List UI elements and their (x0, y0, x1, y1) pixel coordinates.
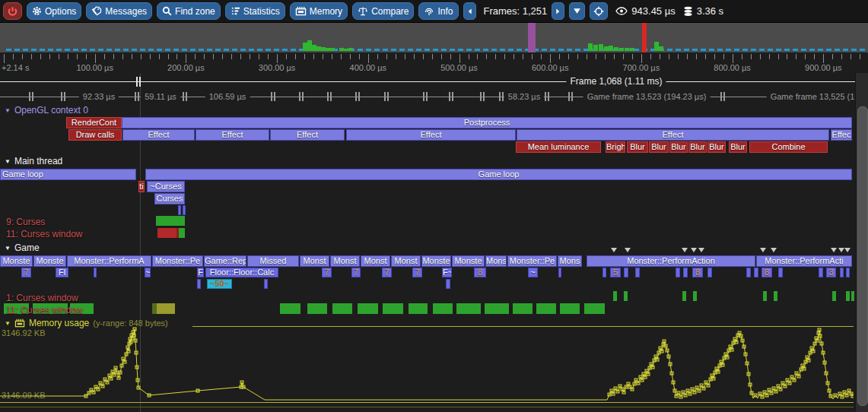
zone[interactable] (558, 268, 561, 277)
lock-activity-bar[interactable] (584, 303, 605, 314)
lock-activity-bar[interactable] (332, 303, 352, 314)
zone[interactable]: Blur (729, 141, 747, 153)
zone[interactable]: 5 (610, 268, 621, 277)
zone[interactable]: Monste (421, 255, 451, 267)
zone[interactable]: Blur (707, 141, 726, 153)
zone[interactable] (446, 279, 450, 289)
game-frame-label[interactable]: Game frame 13,523 (194.23 µs) (583, 91, 711, 102)
zone[interactable]: Effect (196, 129, 269, 141)
lock-activity-bar[interactable] (383, 303, 403, 314)
lock-activity-bar[interactable] (851, 291, 854, 301)
thread-header-game[interactable]: ▼Game (5, 242, 40, 253)
zone[interactable]: Game::Replay (204, 255, 246, 267)
zone[interactable]: Postprocess (122, 117, 852, 128)
lock-activity-bar[interactable] (157, 303, 175, 314)
game-frame-label[interactable]: 59.11 µs (141, 91, 180, 102)
zone[interactable]: 8 (761, 268, 772, 277)
lock-label[interactable]: 11: Curses window (6, 305, 83, 315)
zone[interactable]: 8 (474, 268, 486, 277)
lock-activity-bar[interactable] (560, 303, 580, 314)
zone[interactable] (754, 268, 758, 277)
lock-activity-bar[interactable] (624, 291, 628, 301)
lock-activity-bar[interactable] (280, 303, 300, 314)
zone[interactable]: 7 (351, 268, 361, 277)
lock-activity-bar[interactable] (156, 216, 185, 226)
zone[interactable]: ~ (528, 268, 538, 277)
zone[interactable]: 7 (382, 268, 392, 277)
zone[interactable] (683, 268, 688, 277)
game-frame-label[interactable]: 92.33 µs (79, 91, 119, 102)
zone[interactable]: F (197, 268, 204, 277)
game-frame-label[interactable]: 106.59 µs (205, 91, 250, 102)
zone[interactable]: Fl (56, 268, 68, 277)
zone[interactable]: Missed (247, 255, 299, 267)
zone[interactable]: Curses (154, 193, 185, 204)
zone[interactable]: Mons (558, 255, 582, 267)
zone[interactable]: Effect (517, 129, 829, 141)
lock-activity-bar[interactable] (456, 303, 481, 314)
zone[interactable]: RenderCont (66, 117, 122, 128)
zone[interactable]: Monster::Pe (507, 255, 557, 267)
lock-activity-bar[interactable] (832, 291, 836, 301)
zone[interactable]: Blur (669, 141, 688, 153)
zone[interactable]: ~ (145, 268, 151, 277)
message-marker-icon[interactable] (771, 248, 777, 252)
frame-label[interactable]: Frame 1,068 (1.11 ms) (566, 76, 666, 87)
zone[interactable]: Monster::PerformActi (756, 255, 852, 267)
zone[interactable]: Effect (122, 129, 195, 141)
message-marker-icon[interactable] (760, 248, 766, 252)
message-marker-icon[interactable] (625, 248, 631, 252)
lock-label[interactable]: 9: Curses (6, 217, 45, 227)
lock-activity-bar[interactable] (774, 291, 777, 301)
lock-activity-bar[interactable] (358, 303, 378, 314)
lock-activity-bar[interactable] (157, 228, 176, 238)
thread-header-main-thread[interactable]: ▼Main thread (5, 156, 62, 166)
zone[interactable]: Combine (749, 141, 828, 153)
message-marker-icon[interactable] (838, 248, 844, 252)
vertical-scrollbar[interactable] (855, 73, 868, 412)
zone[interactable] (178, 205, 181, 215)
zone[interactable] (778, 268, 783, 277)
zone[interactable]: Game loop (0, 169, 136, 180)
zone[interactable] (707, 268, 712, 277)
zone[interactable]: Game loop (145, 169, 852, 180)
zone[interactable] (676, 268, 680, 277)
scrollbar-thumb[interactable] (857, 106, 868, 406)
lock-activity-bar[interactable] (485, 303, 509, 314)
lock-activity-bar[interactable] (307, 303, 327, 314)
zone[interactable] (197, 279, 201, 289)
zone[interactable]: Draw calls (68, 129, 122, 141)
message-marker-icon[interactable] (682, 248, 688, 252)
zone[interactable]: Monst (391, 255, 421, 267)
lock-activity-bar[interactable] (846, 291, 850, 301)
zone[interactable]: Effec (831, 129, 852, 141)
game-frame-label[interactable]: Game frame 13,525 (1 (767, 91, 859, 102)
zone[interactable]: 8 (692, 268, 703, 277)
zone[interactable]: ~Curses (147, 181, 185, 192)
zone[interactable]: Mons (485, 255, 507, 267)
lock-activity-bar[interactable] (536, 303, 556, 314)
zone[interactable]: Monst (300, 255, 329, 267)
zone[interactable] (603, 268, 606, 277)
zone[interactable]: 7 (21, 268, 31, 277)
zone[interactable]: Floor::Floor::Calc (205, 268, 278, 277)
zone[interactable] (183, 205, 186, 215)
zone[interactable]: Monste (0, 255, 33, 267)
message-marker-icon[interactable] (844, 248, 851, 252)
zone[interactable]: 7 (412, 268, 422, 277)
message-marker-icon[interactable] (831, 248, 837, 252)
zone[interactable]: Effect (346, 129, 516, 141)
zone[interactable]: ~50~ (207, 279, 232, 289)
zone[interactable] (819, 268, 823, 277)
lock-label[interactable]: 1: Curses window (6, 293, 78, 303)
zone[interactable] (840, 268, 844, 277)
zone[interactable]: 7 (322, 268, 332, 277)
zone[interactable]: Monster::PerformA (67, 255, 151, 267)
zone[interactable]: Monst (330, 255, 360, 267)
zone[interactable]: 3 (826, 268, 836, 277)
lock-activity-bar[interactable] (409, 303, 428, 314)
zone[interactable] (264, 279, 268, 289)
message-marker-icon[interactable] (698, 248, 704, 252)
zone[interactable]: Blur (627, 141, 648, 153)
zone[interactable]: Mean luminance (516, 141, 601, 153)
